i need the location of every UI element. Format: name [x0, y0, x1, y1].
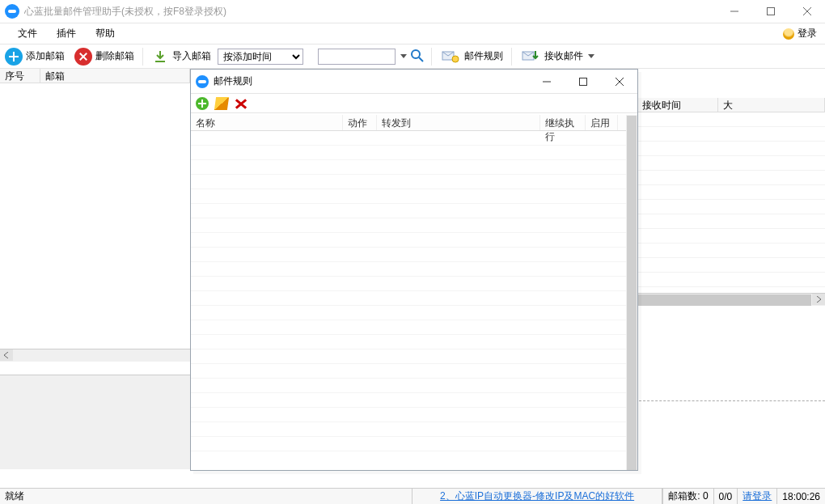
- sort-by-combo[interactable]: 按添加时间: [218, 49, 303, 65]
- col-name[interactable]: 名称: [191, 115, 343, 130]
- col-action[interactable]: 动作: [343, 115, 377, 130]
- table-row: [191, 146, 628, 160]
- login-button[interactable]: 登录: [783, 27, 817, 40]
- chevron-down-icon: [588, 54, 594, 58]
- delete-mailbox-label: 删除邮箱: [95, 49, 134, 63]
- table-row: [191, 248, 628, 262]
- dialog-minimize-button[interactable]: [528, 70, 565, 94]
- mailbox-list-header: 序号 邮箱: [0, 69, 190, 83]
- vertical-scrollbar[interactable]: [626, 115, 637, 470]
- search-input[interactable]: [318, 49, 396, 65]
- table-row: [191, 422, 628, 437]
- rules-grid: 名称 动作 转发到 继续执行 启用: [191, 115, 628, 470]
- receive-icon: [520, 48, 541, 66]
- maximize-button[interactable]: [752, 0, 789, 23]
- receive-mail-button[interactable]: 接收邮件: [517, 48, 598, 66]
- clock: 18:00:26: [776, 489, 825, 505]
- close-button[interactable]: [789, 0, 825, 23]
- dialog-maximize-button[interactable]: [565, 70, 601, 94]
- table-row: [637, 214, 825, 229]
- menu-plugins[interactable]: 插件: [47, 25, 86, 42]
- minimize-button[interactable]: [716, 0, 752, 23]
- divider: [639, 400, 825, 401]
- add-rule-button[interactable]: [196, 97, 209, 110]
- window-titlebar: 心蓝批量邮件管理助手(未授权，按F8登录授权): [0, 0, 825, 23]
- mail-rules-button[interactable]: 邮件规则: [437, 48, 506, 66]
- import-mailbox-label: 导入邮箱: [172, 49, 211, 63]
- table-row: [191, 175, 628, 189]
- window-controls: [716, 0, 825, 23]
- table-row: [191, 131, 628, 146]
- svg-rect-10: [579, 78, 586, 85]
- table-row: [637, 127, 825, 142]
- toolbar: 添加邮箱 删除邮箱 导入邮箱 按添加时间 邮件规则 接收邮件: [0, 44, 825, 69]
- table-row: [191, 349, 628, 364]
- table-row: [191, 277, 628, 291]
- table-row: [637, 258, 825, 273]
- col-mailbox[interactable]: 邮箱: [40, 69, 190, 83]
- col-forward[interactable]: 转发到: [377, 115, 540, 130]
- scrollbar-thumb[interactable]: [627, 116, 637, 470]
- login-link[interactable]: 请登录: [742, 489, 772, 503]
- svg-point-7: [452, 56, 459, 62]
- horizontal-scrollbar[interactable]: [637, 293, 825, 306]
- dialog-close-button[interactable]: [601, 70, 637, 94]
- menu-file[interactable]: 文件: [8, 25, 47, 42]
- scrollbar-thumb[interactable]: [638, 294, 811, 306]
- lower-left-panel: [0, 375, 190, 469]
- table-row: [637, 156, 825, 171]
- app-icon: [5, 4, 19, 19]
- status-ready: 就绪: [0, 489, 412, 505]
- svg-point-4: [412, 50, 420, 58]
- table-row: [637, 185, 825, 200]
- rules-grid-body[interactable]: [191, 131, 628, 460]
- table-row: [191, 393, 628, 408]
- mailbox-count: 邮箱数: 0: [662, 489, 713, 505]
- chevron-down-icon[interactable]: [400, 54, 407, 58]
- col-recv-time[interactable]: 接收时间: [637, 98, 718, 112]
- table-row: [191, 335, 628, 349]
- menu-bar: 文件 插件 帮助 登录: [0, 23, 825, 44]
- table-row: [191, 262, 628, 277]
- svg-rect-1: [767, 8, 774, 15]
- table-row: [191, 189, 628, 204]
- col-seq[interactable]: 序号: [0, 69, 40, 83]
- mail-list-body[interactable]: [637, 112, 825, 293]
- table-row: [191, 233, 628, 248]
- promo-link[interactable]: 2、心蓝IP自动更换器-修改IP及MAC的好软件: [440, 489, 634, 503]
- mail-rules-dialog: 邮件规则 名称 动作 转发到 继续执行 启用: [190, 69, 638, 471]
- add-mailbox-button[interactable]: 添加邮箱: [2, 48, 68, 66]
- table-row: [191, 218, 628, 233]
- mailbox-list-body[interactable]: [0, 83, 190, 349]
- rules-grid-header: 名称 动作 转发到 继续执行 启用: [191, 115, 628, 131]
- scroll-left-icon[interactable]: [0, 349, 13, 361]
- col-enable[interactable]: 启用: [586, 115, 618, 130]
- progress-ratio: 0/0: [713, 489, 738, 505]
- mail-list-pane: 接收时间 大: [637, 98, 825, 306]
- edit-rule-button[interactable]: [214, 97, 229, 110]
- col-continue[interactable]: 继续执行: [540, 115, 586, 130]
- scroll-right-icon[interactable]: [812, 294, 825, 305]
- receive-mail-label: 接收邮件: [544, 49, 583, 63]
- scrollbar-track[interactable]: [13, 349, 190, 362]
- dialog-titlebar: 邮件规则: [191, 70, 637, 94]
- main-area: 序号 邮箱 接收时间 大: [0, 69, 825, 481]
- status-bar: 就绪 2、心蓝IP自动更换器-修改IP及MAC的好软件 邮箱数: 0 0/0 请…: [0, 488, 825, 504]
- table-row: [191, 320, 628, 335]
- login-label: 登录: [798, 27, 817, 40]
- dialog-toolbar: [191, 94, 637, 113]
- table-row: [637, 142, 825, 156]
- horizontal-scrollbar[interactable]: [0, 349, 190, 362]
- delete-mailbox-button[interactable]: 删除邮箱: [71, 48, 138, 66]
- col-size[interactable]: 大: [718, 98, 825, 112]
- table-row: [191, 408, 628, 422]
- delete-rule-button[interactable]: [235, 97, 248, 110]
- table-row: [637, 273, 825, 287]
- search-icon[interactable]: [410, 49, 426, 65]
- table-row: [191, 437, 628, 451]
- import-mailbox-button[interactable]: 导入邮箱: [148, 48, 214, 66]
- dialog-title: 邮件规则: [214, 74, 528, 88]
- import-icon: [151, 48, 169, 66]
- menu-help[interactable]: 帮助: [86, 25, 125, 42]
- table-row: [637, 112, 825, 127]
